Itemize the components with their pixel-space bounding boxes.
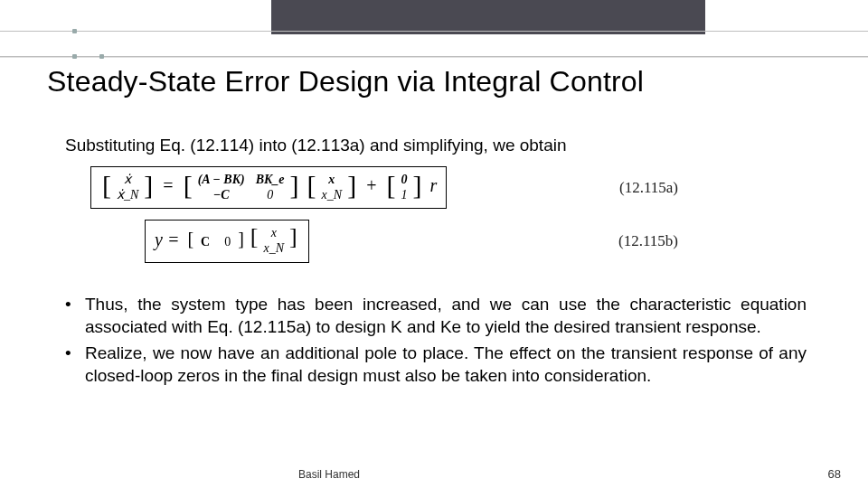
decoration-dot <box>72 54 77 59</box>
footer-author: Basil Hamed <box>298 468 360 481</box>
eq-b-vec-top: x <box>269 226 279 241</box>
eq-a-b12: BK_e <box>253 173 288 188</box>
decoration-dot <box>99 54 104 59</box>
eq-a-tail: r <box>428 175 437 195</box>
page-title: Steady-State Error Design via Integral C… <box>47 65 644 99</box>
eq-b-lhs: y = <box>155 230 183 249</box>
header-rule-shadow <box>0 57 868 58</box>
eq-a-b22: 0 <box>264 188 276 203</box>
eq-a-vec-bot: x_N <box>319 188 345 203</box>
slide: Steady-State Error Design via Integral C… <box>0 0 868 488</box>
eq-a-b21: −C <box>211 188 232 203</box>
list-item: • Thus, the system type has been increas… <box>65 293 807 338</box>
eq-a-lhs-top: ẋ <box>121 173 134 188</box>
header-rule-upper <box>0 31 868 32</box>
decoration-dot <box>72 29 77 33</box>
equation-b: y = [ C 0 ] [ x x_N ] <box>145 220 309 262</box>
eq-a-b11: (A − BK) <box>195 173 248 188</box>
eq-b-vec-bot: x_N <box>261 241 288 257</box>
equation-a-label: (12.115a) <box>583 179 678 197</box>
equation-b-label: (12.115b) <box>582 232 678 250</box>
bullet-list: • Thus, the system type has been increas… <box>65 293 807 390</box>
eq-b-r1: C <box>198 234 212 249</box>
bullet-icon: • <box>65 342 85 387</box>
equation-block: [ ẋ ẋ_N ] = [ (A − BK) −C BK_e <box>90 166 678 274</box>
eq-a-add-bot: 1 <box>398 188 410 203</box>
equation-b-row: y = [ C 0 ] [ x x_N ] (12.115b) <box>145 220 678 262</box>
list-item: • Realize, we now have an additional pol… <box>65 342 807 387</box>
eq-a-vec-top: x <box>326 173 337 188</box>
equation-a: [ ẋ ẋ_N ] = [ (A − BK) −C BK_e <box>90 166 447 209</box>
eq-b-r2: 0 <box>217 234 233 249</box>
footer-page-number: 68 <box>828 467 841 481</box>
header-dark-block <box>271 0 705 34</box>
bullet-icon: • <box>65 293 85 338</box>
intro-line: Substituting Eq. (12.114) into (12.113a)… <box>65 136 567 155</box>
eq-a-lhs-bot: ẋ_N <box>114 188 141 203</box>
eq-a-add-top: 0 <box>398 173 410 188</box>
header-decoration <box>0 0 868 56</box>
bullet-text-2: Realize, we now have an additional pole … <box>85 342 807 387</box>
bullet-text-1: Thus, the system type has been increased… <box>85 293 807 338</box>
equation-a-row: [ ẋ ẋ_N ] = [ (A − BK) −C BK_e <box>90 166 678 209</box>
